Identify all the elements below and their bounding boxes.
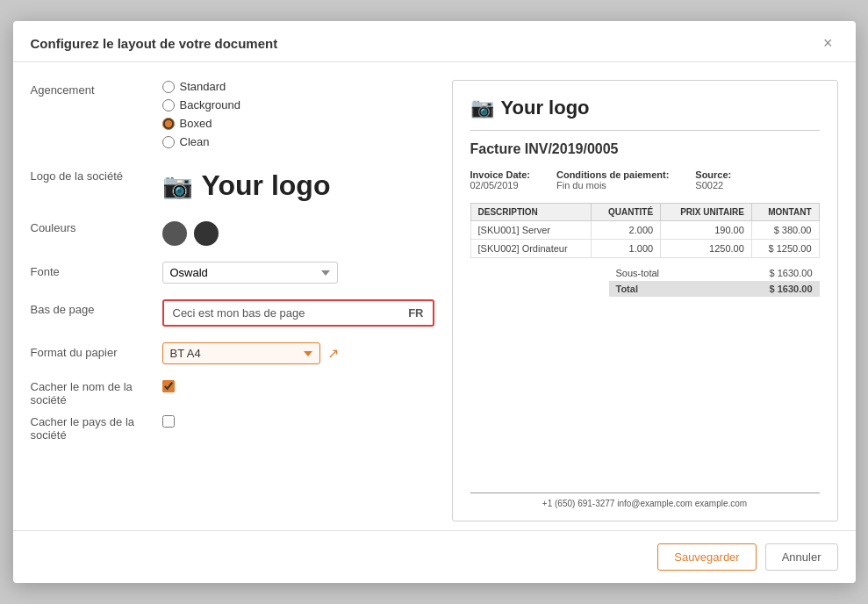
agencement-label: Agencement	[31, 80, 162, 97]
cacher-pays-checkbox[interactable]	[162, 415, 175, 428]
logo-area[interactable]: 📷 Your logo	[162, 169, 434, 202]
preview-meta-source-label: Source:	[695, 169, 731, 180]
total-row: Total $ 1630.00	[609, 281, 820, 297]
format-papier-control: BT A4 A4 Letter ↗	[162, 342, 434, 364]
preview-logo-row: 📷 Your logo	[470, 97, 820, 131]
format-papier-label: Format du papier	[31, 342, 162, 359]
sous-total-row: Sous-total $ 1630.00	[609, 265, 820, 281]
cancel-button[interactable]: Annuler	[765, 543, 838, 571]
footer-lang: FR	[408, 306, 423, 320]
total-label: Total	[616, 284, 638, 294]
agencement-row: Agencement Standard Background Boxed	[31, 80, 434, 150]
couleurs-control	[162, 218, 434, 246]
radio-background[interactable]: Background	[162, 98, 434, 111]
logo-label: Logo de la société	[31, 166, 162, 183]
bas-de-page-input[interactable]	[173, 306, 409, 320]
bas-de-page-row: Bas de page FR	[31, 299, 434, 327]
fonte-label: Fonte	[31, 262, 162, 278]
color-swatch-2[interactable]	[194, 221, 219, 246]
couleurs-row: Couleurs	[31, 218, 434, 246]
color-swatch-1[interactable]	[162, 221, 187, 246]
totals-section: Sous-total $ 1630.00 Total $ 1630.00	[470, 265, 820, 297]
total-value: $ 1630.00	[770, 284, 813, 294]
preview-table-header-row: DESCRIPTION QUANTITÉ PRIX UNITAIRE MONTA…	[470, 204, 819, 221]
preview-panel: 📷 Your logo Facture INV/2019/0005 Invoic…	[452, 80, 838, 521]
preview-table: DESCRIPTION QUANTITÉ PRIX UNITAIRE MONTA…	[470, 203, 820, 258]
row2-description: [SKU002] Ordinateur	[470, 240, 592, 258]
logo-control: 📷 Your logo	[162, 166, 434, 202]
paper-row: BT A4 A4 Letter ↗	[162, 342, 434, 364]
preview-footer: +1 (650) 691-3277 info@example.com examp…	[470, 493, 820, 508]
row2-prix: 1250.00	[661, 240, 752, 258]
paper-select[interactable]: BT A4 A4 Letter	[162, 342, 320, 364]
couleurs-label: Couleurs	[31, 218, 162, 234]
logo-row: Logo de la société 📷 Your logo	[31, 166, 434, 202]
radio-standard-label: Standard	[180, 80, 226, 93]
save-button[interactable]: Sauvegarder	[657, 543, 756, 571]
preview-totals: Sous-total $ 1630.00 Total $ 1630.00	[609, 265, 820, 297]
modal-header: Configurez le layout de votre document ×	[13, 21, 856, 62]
cacher-nom-checkbox[interactable]	[162, 380, 175, 392]
radio-background-label: Background	[180, 98, 240, 111]
preview-invoice-title: Facture INV/2019/0005	[470, 141, 820, 157]
preview-meta-date: Invoice Date: 02/05/2019	[470, 169, 530, 191]
row1-prix: 190.00	[661, 221, 752, 240]
sous-total-label: Sous-total	[616, 268, 660, 278]
radio-boxed-input[interactable]	[162, 118, 175, 130]
left-panel: Agencement Standard Background Boxed	[31, 80, 434, 521]
cacher-nom-row: Cacher le nom de la société	[31, 380, 434, 406]
cacher-pays-label-wrap: Cacher le pays de la société	[31, 415, 162, 442]
modal-overlay: Configurez le layout de votre document ×…	[0, 0, 868, 604]
agencement-options: Standard Background Boxed Clean	[162, 80, 434, 150]
row1-qte: 2.000	[592, 221, 661, 240]
row2-montant: $ 1250.00	[751, 240, 819, 258]
external-link-icon[interactable]: ↗	[327, 345, 339, 362]
col-prix-unitaire: PRIX UNITAIRE	[661, 204, 752, 221]
row2-qte: 1.000	[592, 240, 661, 258]
preview-meta-date-label: Invoice Date:	[470, 169, 530, 180]
cacher-nom-label-wrap: Cacher le nom de la société	[31, 380, 162, 406]
modal-footer: Sauvegarder Annuler	[13, 530, 856, 583]
table-row: [SKU002] Ordinateur 1.000 1250.00 $ 1250…	[470, 240, 819, 258]
preview-camera-icon: 📷	[470, 97, 494, 119]
preview-meta-source-value: S0022	[695, 180, 723, 191]
preview-meta-source: Source: S0022	[695, 169, 731, 191]
font-select-wrap: Oswald	[162, 262, 434, 284]
col-description: DESCRIPTION	[470, 204, 592, 221]
table-row: [SKU001] Server 2.000 190.00 $ 380.00	[470, 221, 819, 240]
preview-logo-text: Your logo	[501, 97, 590, 119]
radio-standard[interactable]: Standard	[162, 80, 434, 93]
camera-icon: 📷	[162, 171, 193, 200]
row1-description: [SKU001] Server	[470, 221, 592, 240]
radio-background-input[interactable]	[162, 99, 175, 111]
cacher-nom-checkbox-wrap	[162, 380, 175, 392]
font-select[interactable]: Oswald	[162, 262, 338, 284]
bas-de-page-label: Bas de page	[31, 299, 162, 316]
col-montant: MONTANT	[751, 204, 819, 221]
radio-boxed[interactable]: Boxed	[162, 117, 434, 130]
cacher-pays-label: Cacher le pays de la société	[31, 415, 135, 442]
close-button[interactable]: ×	[818, 33, 838, 53]
color-swatches	[162, 221, 434, 246]
modal: Configurez le layout de votre document ×…	[13, 21, 856, 583]
radio-standard-input[interactable]	[162, 81, 175, 93]
preview-meta: Invoice Date: 02/05/2019 Conditions de p…	[470, 169, 820, 191]
preview-meta-date-value: 02/05/2019	[470, 180, 519, 191]
preview-table-wrap: DESCRIPTION QUANTITÉ PRIX UNITAIRE MONTA…	[470, 203, 820, 265]
radio-clean[interactable]: Clean	[162, 135, 434, 148]
cacher-nom-label: Cacher le nom de la société	[31, 380, 133, 406]
bas-de-page-control: FR	[162, 299, 434, 327]
cacher-pays-checkbox-wrap	[162, 415, 175, 428]
preview-footer-text: +1 (650) 691-3277 info@example.com examp…	[542, 499, 747, 508]
radio-clean-input[interactable]	[162, 136, 175, 148]
row1-montant: $ 380.00	[751, 221, 819, 240]
bas-de-page-field: FR	[162, 299, 434, 327]
fonte-control: Oswald	[162, 262, 434, 284]
cacher-pays-row: Cacher le pays de la société	[31, 415, 434, 442]
radio-clean-label: Clean	[180, 135, 210, 148]
fonte-row: Fonte Oswald	[31, 262, 434, 284]
preview-meta-conditions-label: Conditions de paiement:	[556, 169, 669, 180]
logo-text: Your logo	[202, 169, 331, 202]
sous-total-value: $ 1630.00	[770, 268, 813, 278]
modal-body: Agencement Standard Background Boxed	[13, 62, 856, 530]
